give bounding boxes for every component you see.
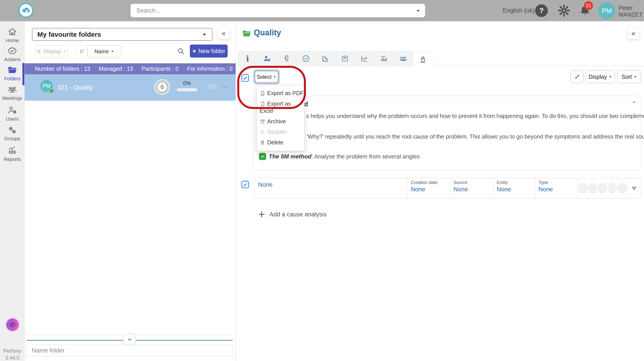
chat-bubbles-icon[interactable] [207,82,217,91]
version-number: 3.44.0 [0,354,24,361]
analysis-title-link[interactable]: None [254,178,408,198]
user-last-name: MANZET [618,12,642,18]
file-excel-icon: x [260,101,266,107]
tab-information[interactable]: i [238,51,257,66]
language-selector[interactable]: English (uk) [503,7,535,14]
chevron-down-icon [202,32,207,37]
sidebar-item-actions[interactable]: Actions [0,46,24,65]
folder-progress: 0% [177,80,197,91]
expand-row-button[interactable] [627,178,641,198]
menu-item-export-excel[interactable]: x Export as Excel [257,99,304,116]
settings-gear-icon[interactable] [557,4,571,17]
name-folder-input[interactable] [26,345,233,356]
menu-label: Export as PDF [267,90,304,96]
sidebar-item-users[interactable]: Users [0,105,24,124]
sort-options-button[interactable]: Sort [618,71,641,83]
tab-statistics[interactable] [374,51,393,66]
tab-attachments[interactable] [277,51,296,66]
online-status-dot [49,88,54,94]
row-checkbox[interactable] [242,181,249,188]
sidebar-item-reports[interactable]: Reports [0,145,24,164]
page-title: Quality [254,28,281,37]
search-icon [177,47,185,56]
sidebar-item-folders[interactable]: Folders [0,65,24,84]
sort-field-value: Name [94,48,109,55]
bulk-select-button[interactable]: Select [255,71,278,83]
svg-text:PDF: PDF [262,94,264,95]
expand-footer-button[interactable] [123,334,136,345]
more-actions-ellipsis[interactable]: … [221,80,230,89]
reopen-arrow-icon [260,129,266,135]
sidebar-item-groups[interactable]: Groups [0,125,24,144]
plus-icon [258,211,266,218]
folders-stats-bar: Number of folders : 13 Managed : 13 Part… [24,63,236,74]
sort-field-selector[interactable]: Name [88,45,121,58]
help-icon[interactable]: ? [535,4,548,17]
notification-count-badge: 21 [584,1,593,10]
folder-list-item[interactable]: PM 321 - Quality 0 0% … [24,74,236,101]
column-value[interactable]: None [411,186,450,193]
add-cause-analysis-button[interactable]: Add a cause analysis [258,211,326,218]
menu-item-archive[interactable]: Archive [257,116,304,127]
new-folder-label: New folder [198,48,226,54]
tab-planning[interactable] [316,51,335,66]
collapse-card-chevron-icon[interactable] [632,100,637,105]
stat-folders: Number of folders : 13 [35,66,90,72]
cause-analysis-row[interactable]: None Creation date None Source None Enti… [253,178,641,199]
column-label: Type [538,180,577,185]
stat-participants: Participants : 0 [142,66,178,72]
compress-arrows-icon [574,74,580,80]
sidebar-label: Meetings [2,95,22,101]
column-value[interactable]: None [497,186,535,193]
tab-members[interactable] [258,51,276,66]
menu-item-reopen[interactable]: Reopen [257,127,304,137]
sort-direction-button[interactable] [77,45,88,58]
avatar-placeholder [608,183,617,194]
home-icon [7,27,18,37]
search-caret-icon[interactable] [416,8,420,13]
menu-item-delete[interactable]: Delete [257,137,304,148]
compress-view-button[interactable] [570,71,584,83]
display-options-label: Display [588,74,607,80]
column-label: Creation date [411,180,450,185]
stat-managed: Managed : 13 [99,66,133,72]
display-options-button[interactable]: Display [586,71,615,83]
users-icon [7,105,18,116]
sidebar-item-home[interactable]: Home [0,27,24,46]
column-value[interactable]: None [538,186,577,193]
tab-cause-analysis[interactable] [413,51,432,67]
folder-name[interactable]: 321 - Quality [58,84,93,91]
tab-participants[interactable] [394,51,412,66]
sidebar-label: Reports [4,156,21,162]
gantt-steps-icon [321,54,330,63]
search-input[interactable] [130,4,425,17]
cloud-logo-icon: ρ [21,5,31,16]
menu-item-export-pdf[interactable]: PDF Export as PDF [257,88,304,99]
tab-trend[interactable] [355,51,374,66]
ai-assistant-button[interactable]: AI [6,318,19,331]
avatar-placeholder [598,183,607,194]
line-chart-icon [360,54,368,63]
collapse-main-button[interactable]: « [628,27,640,39]
sort-options-label: Sort [622,74,632,80]
column-value[interactable]: None [454,186,493,193]
sidebar-item-meetings[interactable]: Meetings [0,84,24,103]
perfony-logo[interactable]: ρ [18,3,33,18]
folder-search-button[interactable] [176,46,186,57]
green-check-icon [259,153,266,160]
folders-panel: My favourite folders « Display Name [24,21,236,361]
display-filter-label: Display [44,48,61,55]
guide-paragraph-2: ‘Why?’ repeatedly until you reach the ro… [306,133,644,140]
tab-actions[interactable] [296,51,315,66]
sidebar-label: Users [6,116,18,122]
favourites-selector[interactable]: My favourite folders [32,28,212,41]
tab-kanban[interactable] [336,51,354,66]
topbar: ρ English (uk) ? 21 PM Peter [0,0,644,21]
select-all-checkbox[interactable] [242,74,249,82]
user-avatar[interactable]: PM [598,2,615,19]
display-filter-button[interactable]: Display [35,45,68,58]
user-name[interactable]: Peter MANZET [618,5,642,18]
svg-text:AI: AI [12,324,13,326]
collapse-panel-button[interactable]: « [218,27,230,39]
new-folder-button[interactable]: + New folder [190,45,228,58]
